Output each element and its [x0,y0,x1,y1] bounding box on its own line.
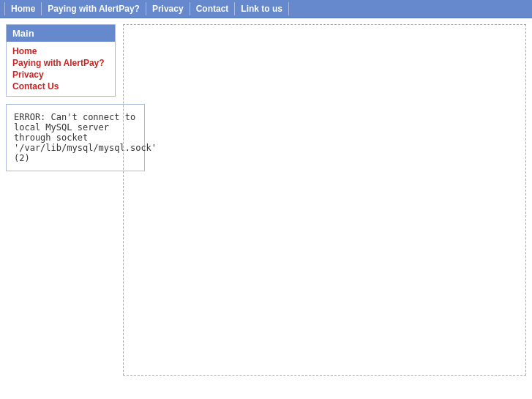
error-box-container: ERROR: Can't connect to local MySQL serv… [6,104,116,171]
sidebar-link-paying[interactable]: Paying with AlertPay? [12,58,109,68]
sidebar-box: Main Home Paying with AlertPay? Privacy … [6,24,116,97]
sidebar-link-home[interactable]: Home [12,46,109,56]
content-area: Main Home Paying with AlertPay? Privacy … [0,18,532,381]
sidebar-links: Home Paying with AlertPay? Privacy Conta… [7,42,115,96]
nav-item-link-to-us[interactable]: Link to us [235,2,289,15]
sidebar-title: Main [7,25,115,42]
sidebar: Main Home Paying with AlertPay? Privacy … [6,24,116,376]
nav-item-contact[interactable]: Contact [190,2,236,15]
sidebar-link-contact[interactable]: Contact Us [12,81,109,92]
nav-item-paying[interactable]: Paying with AlertPay? [42,2,146,15]
nav-item-privacy[interactable]: Privacy [146,2,190,15]
main-content-area [123,24,526,376]
sidebar-link-privacy[interactable]: Privacy [12,70,109,80]
nav-bar: Home Paying with AlertPay? Privacy Conta… [0,0,532,18]
nav-item-home[interactable]: Home [4,2,42,15]
